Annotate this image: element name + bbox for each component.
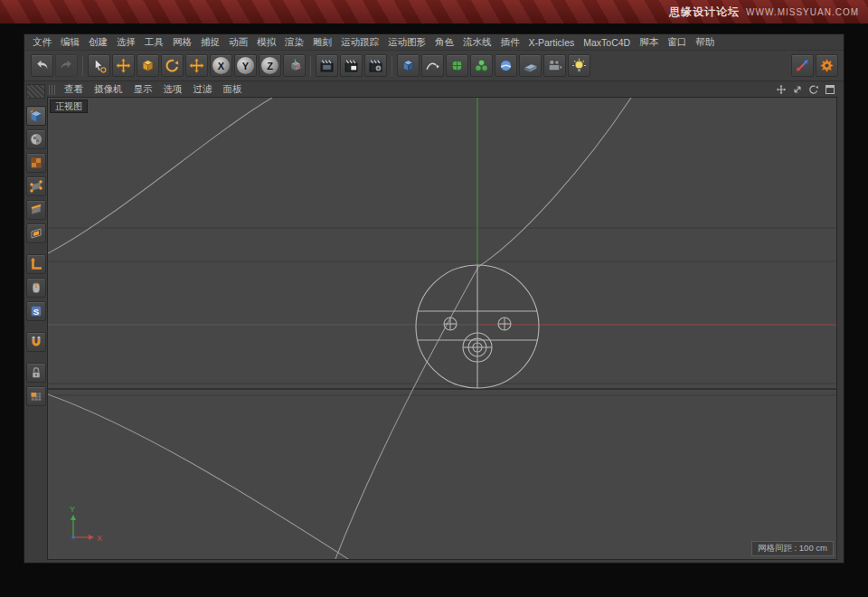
menubar-item[interactable]: 网格 [168,36,196,49]
viewport-menu-item[interactable]: 查看 [59,83,89,96]
make-editable-icon [29,109,43,123]
toolbar-separator [392,56,392,76]
draw-spline-button[interactable] [421,54,444,77]
coordinate-system-button[interactable] [283,54,306,77]
menubar-item[interactable]: 工具 [140,36,168,49]
model-mode-icon [29,132,43,147]
workplane-grid-button[interactable] [26,386,46,406]
menubar-item[interactable]: 渲染 [280,36,308,49]
view-label[interactable]: 正视图 [50,100,88,113]
viewport-menu-item[interactable]: 显示 [128,83,158,96]
texture-mode-button[interactable] [26,153,46,173]
viewport-canvas[interactable]: Y X 正视图 网格间距 : 100 cm [47,97,837,560]
menubar-item[interactable]: 插件 [496,36,524,49]
redo-button[interactable] [55,54,78,77]
viewport-handle-icon[interactable] [49,85,56,95]
layout-arrows-button[interactable] [791,54,814,77]
cloner-icon [474,58,489,73]
mouse-icon [29,280,43,295]
menubar-item[interactable]: 模拟 [252,36,280,49]
menubar-item[interactable]: 创建 [84,36,112,49]
magnet-snap-button[interactable] [26,332,46,352]
menubar-item[interactable]: 运动跟踪 [336,36,383,49]
move-tool-button[interactable] [112,54,135,77]
scale-tool-button[interactable] [137,54,159,77]
menubar-item[interactable]: 文件 [28,36,56,49]
polygons-mode-button[interactable] [26,223,46,243]
render-picture-viewer-icon [344,58,359,73]
last-used-tool-button[interactable] [185,54,208,77]
render-view-button[interactable] [316,54,338,77]
render-settings-icon [368,58,383,73]
layout-arrows-icon [795,58,810,73]
volume-icon [498,58,514,73]
site-name: 思缘设计论坛 [669,5,740,20]
forum-banner: 思缘设计论坛 WWW.MISSYUAN.COM [0,0,868,24]
camera-rotate-icon[interactable] [807,83,820,96]
render-settings-button[interactable] [364,54,387,77]
viewport-menu-item[interactable]: 摄像机 [89,83,128,96]
viewport-menu-item[interactable]: 选项 [158,83,188,96]
menubar-item[interactable]: 窗口 [663,36,691,49]
viewport-menu-item[interactable]: 面板 [218,83,248,96]
rotate-tool-button[interactable] [161,54,184,77]
menubar-item[interactable]: 角色 [430,36,458,49]
mograph-cloner-button[interactable] [470,54,493,77]
workplane-mode-button[interactable] [26,254,46,274]
rotate-icon [165,58,180,73]
coordinate-system-icon [287,58,302,73]
points-mode-icon [29,179,43,194]
menubar-item[interactable]: 选择 [112,36,140,49]
menubar-item[interactable]: 捕捉 [196,36,224,49]
lock-icon [29,365,43,380]
viewport-mouse-button[interactable] [26,278,46,298]
subdivision-surface-button[interactable] [446,54,468,77]
camera-zoom-icon[interactable] [791,83,804,96]
menubar-item[interactable]: 帮助 [691,36,719,49]
edges-mode-button[interactable] [26,200,46,220]
menubar-item[interactable]: 编辑 [56,36,84,49]
z-axis-lock-button[interactable]: Z [259,54,281,77]
add-camera-button[interactable] [543,54,566,77]
menubar-item[interactable]: 流水线 [458,36,496,49]
viewport-menu-item[interactable]: 过滤 [188,83,218,96]
view-maximize-icon[interactable] [824,83,836,96]
undo-icon [34,58,50,73]
texture-mode-icon [29,156,43,170]
add-light-button[interactable] [568,54,590,77]
live-selection-button[interactable] [88,54,110,77]
camera-pan-icon[interactable] [775,83,788,96]
menubar-item[interactable]: 动画 [224,36,252,49]
lock-workplane-button[interactable] [26,363,46,383]
toolbar-separator [82,56,83,76]
menubar-item[interactable]: X-Particles [524,37,580,48]
app-window: 文件编辑创建选择工具网格捕捉动画模拟渲染雕刻运动跟踪运动图形角色流水线插件X-P… [24,34,844,563]
polygons-mode-icon [29,226,43,241]
make-editable-button[interactable] [26,106,46,126]
menubar-item[interactable]: 雕刻 [308,36,336,49]
undo-button[interactable] [31,54,53,77]
magnet-icon [29,335,43,349]
menubar-item[interactable]: 运动图形 [383,36,430,49]
y-axis-icon: Y [237,57,254,74]
palette-handle-icon[interactable] [26,84,45,99]
snap-settings-button[interactable]: S [26,301,46,321]
add-volume-button[interactable] [495,54,517,77]
x-axis-icon: X [212,57,230,74]
spline-pen-icon [425,58,440,73]
desktop: { "banner": { "site_name": "思缘设计论坛", "si… [0,0,868,597]
workplane-grid-icon [29,389,43,403]
menubar-item[interactable]: 脚本 [635,36,663,49]
snap-icon: S [29,304,43,318]
y-axis-lock-button[interactable]: Y [234,54,257,77]
render-to-picture-viewer-button[interactable] [340,54,363,77]
model-mode-button[interactable] [26,129,46,149]
menubar-item[interactable]: MaxToC4D [579,37,635,48]
x-axis-lock-button[interactable]: X [210,54,232,77]
points-mode-button[interactable] [26,176,46,196]
add-cube-button[interactable] [397,54,420,77]
interface-settings-button[interactable] [816,54,838,77]
workplane-icon [29,257,43,271]
add-floor-button[interactable] [519,54,542,77]
cursor-icon [91,58,107,73]
